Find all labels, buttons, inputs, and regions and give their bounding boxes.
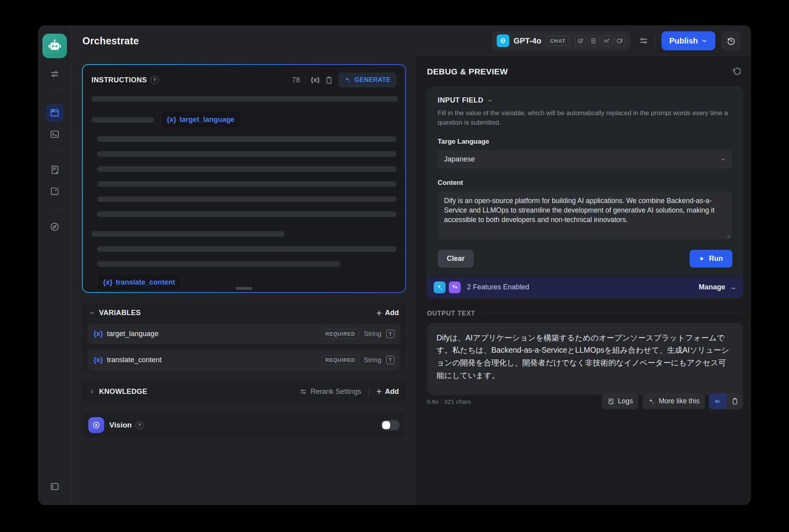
logs-button[interactable]: Logs [602, 393, 638, 409]
collapse-sidebar-icon[interactable] [46, 478, 63, 495]
resize-corner-icon[interactable] [725, 233, 730, 238]
features-bar[interactable]: 2 Features Enabled Manage → [427, 277, 743, 298]
vision-toggle[interactable] [381, 420, 400, 430]
add-knowledge-button[interactable]: Add [376, 388, 399, 396]
add-variable-button[interactable]: Add [376, 309, 399, 317]
variable-row-translate-content[interactable]: {x} translate_content REQUIRED String T [88, 350, 400, 370]
speaker-button[interactable] [709, 393, 726, 409]
section-divider [368, 387, 369, 396]
topbar-divider [655, 35, 655, 47]
app-window: Orchestrate GPT-4o CHAT [38, 25, 751, 505]
debug-preview-pane: DEBUG & PREVIEW INPUT FIELD [416, 56, 751, 505]
publish-button[interactable]: Publish [661, 31, 715, 50]
audio-capability-icon [601, 35, 612, 46]
sidebar-divider [47, 89, 62, 89]
logs-icon [607, 398, 614, 405]
skeleton-line [97, 151, 396, 157]
content-textarea[interactable]: Dify is an open-source platform for buil… [438, 191, 732, 239]
vision-label: Vision [109, 421, 132, 429]
output-text: Difyは、AIアプリケーションを構築するためのオープンソースプラットフォームで… [436, 332, 734, 382]
skeleton-line [97, 261, 340, 267]
language-select[interactable]: Japanese [438, 150, 732, 169]
vision-capability-icon [575, 35, 586, 46]
sidebar-item-annotation[interactable] [46, 182, 63, 200]
tools-divider [305, 76, 305, 84]
model-parameters-icon[interactable] [636, 33, 652, 49]
model-mode-badge: CHAT [546, 36, 570, 46]
input-field-title: INPUT FIELD [438, 96, 483, 104]
restart-icon[interactable] [731, 67, 741, 76]
resize-handle[interactable] [236, 287, 252, 290]
arrow-right-icon: → [729, 283, 736, 291]
sidebar-item-logs[interactable] [46, 161, 63, 179]
sidebar-item-terminal[interactable] [46, 125, 63, 143]
play-icon [699, 256, 705, 262]
vision-section: Vision ? [82, 412, 406, 438]
instructions-help-icon[interactable]: ? [151, 76, 159, 84]
sidebar-item-monitoring[interactable] [46, 218, 63, 236]
variable-name: target_language [107, 330, 158, 338]
video-capability-icon [614, 35, 625, 46]
variable-type: String [364, 330, 381, 338]
audio-actions [709, 393, 743, 409]
page-title: Orchestrate [82, 35, 139, 47]
copy-icon[interactable] [325, 76, 333, 84]
model-selector[interactable]: GPT-4o CHAT [492, 31, 630, 50]
more-like-this-button[interactable]: More like this [642, 393, 705, 409]
plus-icon [376, 310, 382, 316]
skeleton-line [97, 211, 396, 217]
prompt-editor[interactable]: {x}target_language [83, 92, 405, 291]
vision-help-icon[interactable]: ? [135, 421, 144, 429]
input-field-header[interactable]: INPUT FIELD [438, 96, 732, 104]
instructions-title: INSTRUCTIONS [91, 76, 147, 84]
generate-button[interactable]: GENERATE [338, 72, 396, 87]
sidebar [38, 25, 71, 505]
rerank-sliders-icon [299, 388, 307, 395]
history-icon [726, 36, 736, 46]
sidebar-item-orchestrate[interactable] [46, 104, 63, 122]
sidebar-divider [47, 208, 62, 209]
variable-name: translate_content [107, 356, 162, 364]
variable-token: {x} [93, 330, 103, 338]
chevron-down-icon[interactable] [89, 310, 95, 316]
screen: Orchestrate GPT-4o CHAT [0, 0, 789, 532]
manage-features-button[interactable]: Manage → [699, 283, 736, 291]
settings-sliders-icon[interactable] [46, 65, 63, 83]
required-badge: REQUIRED [322, 329, 359, 339]
variable-type: String [364, 356, 381, 364]
variable-chip-target-language[interactable]: {x}target_language [161, 111, 240, 128]
clipboard-icon [731, 397, 739, 405]
app-logo-robot-icon[interactable] [42, 34, 67, 58]
output-text-title: OUTPUT TEXT [427, 310, 475, 317]
input-field-description: Fill in the value of the variable, which… [438, 108, 732, 127]
clear-button[interactable]: Clear [438, 250, 474, 268]
variables-section: VARIABLES Add {x} target_language REQUIR… [82, 302, 406, 370]
skeleton-line [91, 231, 284, 237]
openai-logo-icon [497, 34, 509, 47]
plus-icon [376, 388, 382, 395]
run-button[interactable]: Run [690, 250, 732, 268]
string-type-icon[interactable]: T [386, 330, 394, 338]
history-button[interactable] [722, 31, 741, 50]
rerank-settings-button[interactable]: Rerank Settings [299, 388, 361, 396]
document-capability-icon [588, 35, 599, 46]
speaker-icon [714, 397, 722, 405]
sidebar-divider [47, 151, 62, 152]
sparkles-icon [648, 398, 655, 405]
debug-title: DEBUG & PREVIEW [427, 67, 508, 76]
variable-row-target-language[interactable]: {x} target_language REQUIRED String T [88, 323, 400, 344]
required-badge: REQUIRED [322, 355, 359, 365]
string-type-icon[interactable]: T [386, 356, 394, 364]
instructions-panel: INSTRUCTIONS ? 78 {x} [82, 64, 406, 293]
top-bar: Orchestrate GPT-4o CHAT [71, 25, 751, 56]
chevron-down-icon [720, 156, 726, 162]
copy-output-button[interactable] [726, 393, 743, 409]
text-to-speech-feature-icon [449, 281, 461, 293]
skeleton-line [91, 96, 398, 102]
variable-chip-translate-content[interactable]: {x}translate_content [97, 274, 181, 291]
chevron-right-icon[interactable] [89, 389, 95, 395]
variable-token: {x} [93, 356, 103, 364]
vision-feature-icon [88, 417, 104, 433]
knowledge-title: KNOWLEDGE [99, 388, 147, 396]
insert-variable-icon[interactable]: {x} [311, 76, 320, 84]
